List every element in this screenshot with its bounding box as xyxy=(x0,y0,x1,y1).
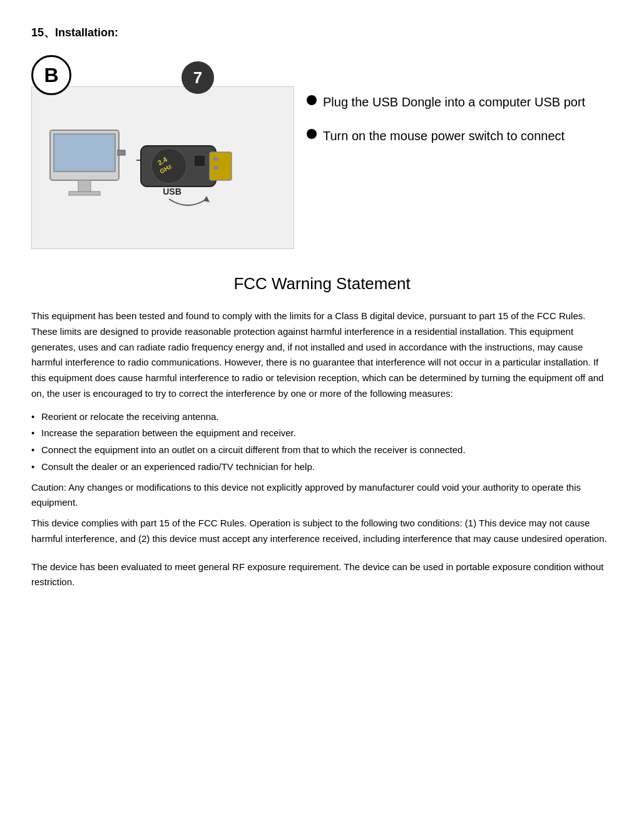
instructions-panel: Plug the USB Dongle into a computer USB … xyxy=(307,55,613,160)
svg-rect-2 xyxy=(78,180,91,193)
instruction-item-2: Turn on the mouse power switch to connec… xyxy=(307,126,613,145)
svg-text:USB: USB xyxy=(163,187,181,197)
fcc-bullet-3: Connect the equipment into an outlet on … xyxy=(31,442,613,458)
section-title: 15、Installation: xyxy=(31,25,613,40)
bullet-dot-2 xyxy=(307,129,317,139)
instruction-text-1: Plug the USB Dongle into a computer USB … xyxy=(323,93,585,111)
svg-rect-7 xyxy=(213,157,218,161)
badge-7: 7 xyxy=(181,61,214,94)
fcc-title: FCC Warning Statement xyxy=(31,274,613,294)
rf-exposure-text: The device has been evaluated to meet ge… xyxy=(31,560,613,591)
svg-rect-1 xyxy=(54,134,115,171)
fcc-bullet-1: Reorient or relocate the receiving anten… xyxy=(31,409,613,425)
svg-rect-12 xyxy=(194,155,205,166)
installation-area: B 7 xyxy=(31,55,613,249)
instruction-item-1: Plug the USB Dongle into a computer USB … xyxy=(307,93,613,111)
svg-rect-3 xyxy=(69,192,100,195)
bullet-dot-1 xyxy=(307,95,317,105)
svg-rect-4 xyxy=(118,150,125,155)
badge-b: B xyxy=(31,55,71,95)
svg-marker-14 xyxy=(203,196,210,202)
diagram-container: B 7 xyxy=(31,55,294,249)
svg-rect-6 xyxy=(210,152,232,180)
fcc-section: FCC Warning Statement This equipment has… xyxy=(31,274,613,590)
usb-dongle-svg: 2.4 GHz USB xyxy=(44,93,282,243)
fcc-compliance: This device complies with part 15 of the… xyxy=(31,516,613,547)
fcc-paragraph1: This equipment has been tested and found… xyxy=(31,309,613,402)
svg-rect-8 xyxy=(213,166,218,170)
fcc-bullet-4: Consult the dealer or an experienced rad… xyxy=(31,459,613,475)
fcc-caution: Caution: Any changes or modifications to… xyxy=(31,480,613,511)
usb-image-area: 2.4 GHz USB xyxy=(31,86,294,249)
instruction-text-2: Turn on the mouse power switch to connec… xyxy=(323,126,565,145)
fcc-bullet-list: Reorient or relocate the receiving anten… xyxy=(31,409,613,475)
rf-section: The device has been evaluated to meet ge… xyxy=(31,560,613,591)
fcc-bullet-2: Increase the separation between the equi… xyxy=(31,426,613,441)
